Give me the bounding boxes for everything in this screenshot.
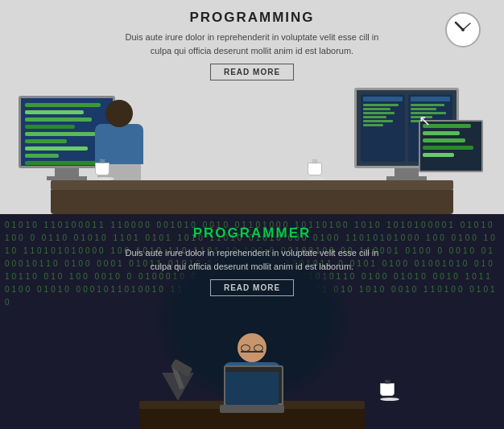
desk-surface-top [51,180,453,190]
top-title: PROGRAMMING [189,10,314,26]
programmer-front-view [220,333,284,413]
cursor-arrow-icon: ↖ [419,112,431,130]
coffee-cup-right-top: ≋ [308,163,327,180]
glasses-icon [241,346,263,353]
right-monitors: ↖ [354,88,459,180]
bottom-title: PROGRAMMER [193,225,312,241]
desk-lamp [180,365,184,389]
top-read-more-button[interactable]: READ MORE [210,64,294,80]
clock-icon [444,11,481,48]
coffee-cup-left-top: ≋ [95,163,114,180]
top-banner: PROGRAMMING Duis aute irure dolor in rep… [0,0,504,214]
coffee-cup-bottom: ≋ [380,383,399,401]
bottom-description: Duis aute irure dolor in reprehenderit i… [115,246,389,273]
programmer-head [238,333,266,362]
bottom-read-more-button[interactable]: Read MorE [210,279,294,296]
bottom-banner: 01010 110100011 110000 001010 0010 01101… [0,214,504,429]
top-description: Duis aute irure dolor in reprehenderit i… [123,31,381,57]
desk-front-top [51,190,453,214]
laptop [220,405,284,413]
top-scene: ≋ ≋ [0,85,504,214]
